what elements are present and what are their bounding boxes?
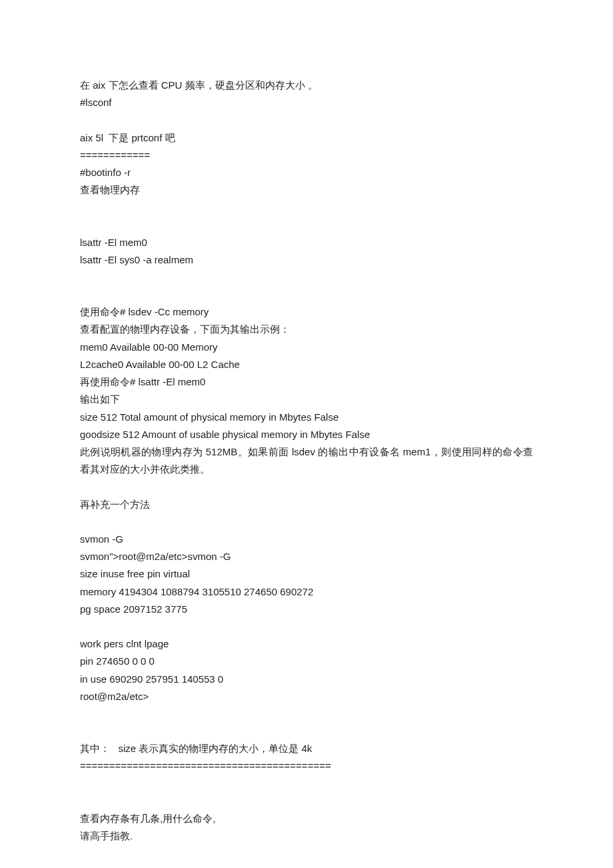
- text-line: 在 aix 下怎么查看 CPU 频率，硬盘分区和内存大小 。: [80, 77, 533, 94]
- blank-line: [80, 513, 533, 531]
- text-line: 再使用命令# lsattr -El mem0: [80, 373, 533, 391]
- blank-line: [80, 723, 533, 740]
- text-line: work pers clnt lpage: [80, 635, 533, 653]
- blank-line: [80, 618, 533, 635]
- text-line: 输出如下: [80, 391, 533, 408]
- blank-line: [80, 112, 533, 129]
- text-line: in use 690290 257951 140553 0: [80, 671, 533, 688]
- blank-line: [80, 269, 533, 286]
- blank-line: [80, 479, 533, 496]
- blank-line: [80, 775, 533, 793]
- text-line: pin 274650 0 0 0: [80, 653, 533, 670]
- text-line: 再补充一个方法: [80, 496, 533, 513]
- text-line: svmon -G: [80, 531, 533, 548]
- blank-line: [80, 217, 533, 234]
- text-line: 其中： size 表示真实的物理内存的大小，单位是 4k: [80, 740, 533, 757]
- text-line: 使用命令# lsdev -Cc memory: [80, 303, 533, 321]
- blank-line: [80, 286, 533, 303]
- text-line: 查看配置的物理内存设备，下面为其输出示例：: [80, 321, 533, 338]
- text-line: #lsconf: [80, 94, 533, 111]
- blank-line: [80, 705, 533, 723]
- text-line: lsattr -El sys0 -a realmem: [80, 251, 533, 269]
- blank-line: [80, 793, 533, 810]
- blank-line: [80, 199, 533, 217]
- text-line: 查看物理内存: [80, 181, 533, 199]
- text-line: ========================================…: [80, 757, 533, 775]
- text-line: aix 5l 下是 prtconf 吧: [80, 129, 533, 147]
- text-line: size inuse free pin virtual: [80, 565, 533, 583]
- text-line: mem0 Available 00-00 Memory: [80, 339, 533, 356]
- text-line: pg space 2097152 3775: [80, 601, 533, 618]
- text-line: lsattr -El mem0: [80, 234, 533, 251]
- text-line: #bootinfo -r: [80, 164, 533, 181]
- text-line: 查看内存条有几条,用什么命令,: [80, 810, 533, 827]
- document-page: 在 aix 下怎么查看 CPU 频率，硬盘分区和内存大小 。#lsconfaix…: [0, 0, 613, 868]
- text-line: size 512 Total amount of physical memory…: [80, 409, 533, 426]
- text-line: goodsize 512 Amount of usable physical m…: [80, 426, 533, 443]
- text-line: svmon">root@m2a/etc>svmon -G: [80, 548, 533, 565]
- text-line: ============: [80, 147, 533, 164]
- text-line: L2cache0 Available 00-00 L2 Cache: [80, 356, 533, 373]
- text-line: memory 4194304 1088794 3105510 274650 69…: [80, 583, 533, 601]
- text-line: 请高手指教.: [80, 827, 533, 845]
- text-line: root@m2a/etc>: [80, 688, 533, 705]
- text-line: 此例说明机器的物理内存为 512MB。如果前面 lsdev 的输出中有设备名 m…: [80, 443, 533, 479]
